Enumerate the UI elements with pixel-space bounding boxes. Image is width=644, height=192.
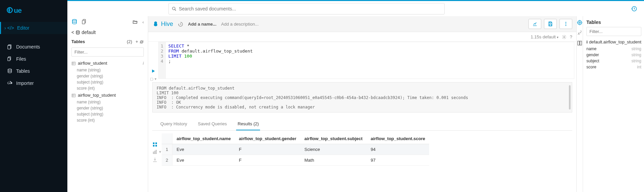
engine-label[interactable]: Hive	[161, 21, 173, 28]
refresh-icon[interactable]	[139, 39, 144, 44]
tables-heading: Tables	[71, 39, 85, 44]
hive-icon	[152, 21, 159, 28]
meta-column[interactable]: namestring	[586, 46, 641, 52]
search-input[interactable]	[168, 3, 445, 14]
log-text: FROM default.airflow_top_student LIMIT 1…	[157, 86, 568, 109]
undo-icon[interactable]	[178, 21, 183, 27]
info-icon[interactable]: i	[143, 61, 144, 66]
nav-label: Files	[16, 56, 26, 62]
book-icon[interactable]	[577, 40, 583, 46]
svg-point-11	[76, 31, 79, 32]
history-icon[interactable]	[631, 6, 637, 12]
database-icon	[7, 68, 13, 74]
tab-results[interactable]: Results (2)	[236, 119, 260, 130]
folder-open-icon[interactable]	[132, 19, 138, 25]
more-menu-button[interactable]	[559, 19, 572, 29]
column-item[interactable]: gender (string)	[67, 105, 148, 111]
svg-rect-23	[155, 145, 157, 147]
functions-icon[interactable]: x2	[578, 30, 581, 36]
column-item[interactable]: name (string)	[67, 99, 148, 105]
table-icon	[71, 93, 76, 98]
svg-rect-10	[82, 21, 85, 24]
nav-label: Documents	[16, 44, 40, 50]
chart-button[interactable]	[528, 19, 541, 29]
svg-point-19	[564, 36, 565, 38]
sql-editor[interactable]: 1234 SELECT * FROM default.airflow_top_s…	[158, 42, 576, 82]
svg-rect-20	[153, 142, 155, 144]
add-name-button[interactable]: Add a name...	[188, 22, 217, 27]
svg-point-18	[566, 25, 567, 26]
database-icon[interactable]	[71, 19, 77, 25]
run-options-button[interactable]: ▢ ▾	[150, 77, 156, 81]
run-button[interactable]	[151, 68, 156, 73]
breadcrumb[interactable]: < default	[67, 28, 148, 37]
tables-filter-input[interactable]	[71, 47, 144, 57]
tab-query-history[interactable]: Query History	[159, 119, 188, 130]
search-icon	[172, 6, 176, 11]
meta-column[interactable]: genderstring	[586, 52, 641, 58]
svg-point-6	[8, 69, 12, 70]
svg-rect-5	[8, 58, 10, 61]
column-item[interactable]: subject (string)	[67, 79, 148, 85]
top-bar	[67, 0, 644, 16]
files-icon	[7, 56, 13, 62]
plus-icon[interactable]: +	[135, 39, 138, 44]
svg-rect-22	[153, 145, 155, 147]
chevron-left-icon[interactable]: ‹	[142, 20, 144, 25]
column-item[interactable]: score (int)	[67, 117, 148, 123]
download-icon[interactable]	[152, 157, 162, 162]
database-icon	[75, 30, 80, 35]
chevron-left-icon: <	[71, 30, 74, 35]
table-item[interactable]: airflow_top_student	[67, 91, 148, 99]
right-filter-input[interactable]	[586, 27, 641, 36]
column-item[interactable]: score (int)	[67, 85, 148, 91]
tables-count: (2)	[127, 39, 132, 44]
nav-importer[interactable]: Importer	[0, 77, 67, 89]
grid-view-icon[interactable]	[152, 141, 162, 147]
column-item[interactable]: name (string)	[67, 67, 148, 73]
timing-dropdown[interactable]: 1.15s default	[531, 34, 558, 39]
gear-icon[interactable]	[562, 34, 567, 39]
files-icon[interactable]	[82, 19, 88, 25]
meta-column[interactable]: subjectstring	[586, 58, 641, 64]
logo: ue	[0, 0, 67, 22]
nav-files[interactable]: Files	[0, 53, 67, 65]
nav-tables[interactable]: Tables	[0, 65, 67, 77]
column-header[interactable]: airflow_top_student.name	[172, 133, 235, 144]
column-header[interactable]: airflow_top_student.gender	[235, 133, 300, 144]
table-icon	[71, 61, 76, 66]
add-description-button[interactable]: Add a description...	[221, 22, 259, 27]
column-header[interactable]: airflow_top_student.score	[366, 133, 429, 144]
chart-view-icon[interactable]: ▾	[152, 149, 162, 155]
scrollbar[interactable]	[569, 85, 571, 109]
tab-saved-queries[interactable]: Saved Queries	[196, 119, 228, 130]
svg-rect-21	[155, 142, 157, 144]
nav-editor[interactable]: › </> Editor	[0, 22, 67, 34]
code-icon: </>	[8, 25, 14, 31]
column-item[interactable]: subject (string)	[67, 111, 148, 117]
table-row[interactable]: 1 Eve F Science 94	[162, 144, 429, 155]
svg-rect-13	[72, 94, 75, 97]
assist-target-icon[interactable]	[577, 20, 583, 26]
editor-header: Hive Add a name... Add a description...	[148, 16, 576, 32]
svg-point-16	[566, 22, 567, 23]
column-item[interactable]: gender (string)	[67, 73, 148, 79]
meta-column[interactable]: scoreint	[586, 64, 641, 70]
meta-table-name[interactable]: i default.airflow_top_student	[586, 39, 641, 44]
nav-documents[interactable]: Documents	[0, 41, 67, 53]
table-item[interactable]: airflow_student i	[67, 59, 148, 67]
nav-label: Tables	[16, 68, 30, 74]
svg-rect-14	[549, 22, 551, 23]
help-icon[interactable]: ?	[570, 34, 572, 39]
column-header[interactable]: airflow_top_student.subject	[300, 133, 367, 144]
svg-point-17	[566, 24, 567, 25]
table-row[interactable]: 2 Eve F Math 97	[162, 155, 429, 166]
chevron-right-icon: ›	[4, 25, 6, 31]
right-panel-title: Tables	[586, 20, 641, 25]
svg-point-28	[579, 22, 581, 24]
save-button[interactable]	[544, 19, 557, 29]
svg-text:ue: ue	[14, 6, 22, 14]
svg-rect-12	[72, 62, 75, 65]
table-name: airflow_top_student	[78, 93, 116, 98]
column-header[interactable]	[162, 133, 172, 144]
